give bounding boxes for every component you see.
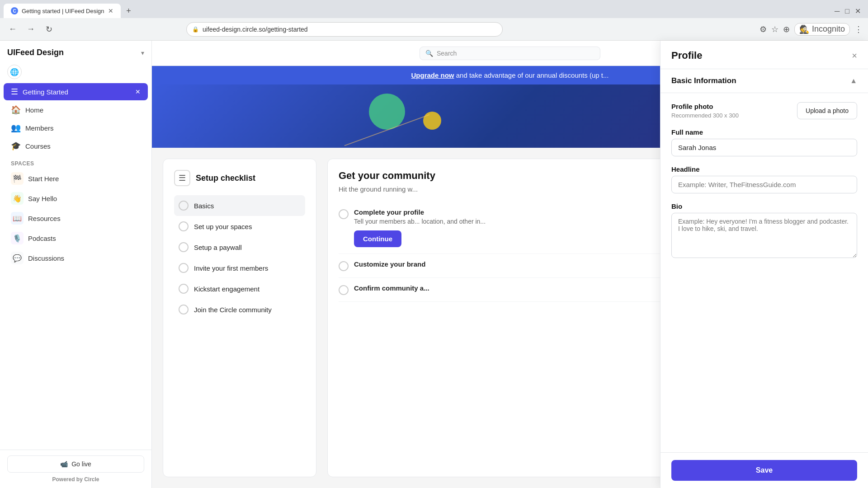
refresh-button[interactable]: ↻ <box>42 22 56 37</box>
sidebar-item-discussions[interactable]: 💬 Discussions <box>4 249 148 267</box>
app: UIFeed Design ▾ 🌐 ☰ Getting Started ✕ 🏠 … <box>0 41 868 488</box>
spaces-item-label: Resources <box>28 215 61 222</box>
spaces-item-label: Start Here <box>28 175 59 183</box>
back-button[interactable]: ← <box>5 22 20 37</box>
community-item-title: Complete your profile <box>354 208 486 216</box>
community-item-content: Customize your brand <box>354 260 425 270</box>
address-bar[interactable]: 🔒 uifeed-design.circle.so/getting-starte… <box>186 22 503 37</box>
lock-icon: 🔒 <box>192 26 199 33</box>
full-name-input[interactable] <box>671 139 857 156</box>
tab-title: Getting started | UIFeed Design <box>22 8 104 14</box>
community-name: UIFeed Design <box>7 48 64 57</box>
profile-panel: Profile × Basic Information ▲ Profile ph… <box>660 41 868 488</box>
tab-favicon: C <box>11 7 18 14</box>
checklist-item-label: Join the Circle community <box>194 306 272 314</box>
photo-info: Profile photo Recommended 300 x 300 <box>671 103 739 119</box>
sidebar-caret-icon[interactable]: ▾ <box>141 49 144 56</box>
upgrade-banner-text: and take advantage of our annual discoun… <box>454 71 609 79</box>
photo-label: Profile photo <box>671 103 739 110</box>
community-check-circle-brand <box>339 261 349 271</box>
checklist-item-label: Basics <box>194 202 214 210</box>
profile-close-button[interactable]: × <box>852 51 857 61</box>
sidebar-footer: 📹 Go live Powered by Circle <box>0 450 151 488</box>
new-tab-button[interactable]: + <box>123 5 135 17</box>
bio-textarea[interactable] <box>671 213 857 258</box>
discussions-emoji: 💬 <box>11 252 24 264</box>
checklist-item-label: Setup a paywall <box>194 244 242 251</box>
start-here-emoji: 🏁 <box>11 172 24 185</box>
spaces-section-label: Spaces <box>0 155 151 169</box>
continue-button[interactable]: Continue <box>354 230 401 247</box>
hero-circle-2 <box>423 112 441 130</box>
check-circle-basics <box>179 201 189 211</box>
sidebar-item-members[interactable]: 👥 Members <box>4 119 148 136</box>
active-tab[interactable]: C Getting started | UIFeed Design ✕ <box>4 4 121 18</box>
full-name-label: Full name <box>671 128 857 136</box>
sidebar: UIFeed Design ▾ 🌐 ☰ Getting Started ✕ 🏠 … <box>0 41 152 488</box>
checklist-item-label: Invite your first members <box>194 264 268 272</box>
basic-information-section[interactable]: Basic Information ▲ <box>660 69 868 93</box>
maximize-icon[interactable]: □ <box>845 7 849 15</box>
getting-started-icon: ☰ <box>11 87 18 97</box>
sidebar-item-podcasts[interactable]: 🎙️ Podcasts <box>4 229 148 248</box>
forward-button[interactable]: → <box>24 22 38 37</box>
search-bar[interactable]: 🔍 Search <box>420 47 600 60</box>
extensions-icon[interactable]: ⚙ <box>760 24 767 34</box>
community-check-circle-profile <box>339 209 349 219</box>
incognito-icon: 🕵 <box>799 24 809 34</box>
section-chevron-icon: ▲ <box>850 77 857 85</box>
sidebar-item-start-here[interactable]: 🏁 Start Here <box>4 169 148 188</box>
sidebar-item-resources[interactable]: 📖 Resources <box>4 209 148 228</box>
checklist-item-label: Set up your spaces <box>194 223 252 230</box>
more-options-icon[interactable]: ⋮ <box>854 24 863 34</box>
full-name-group: Full name <box>671 128 857 156</box>
sidebar-item-courses[interactable]: 🎓 Courses <box>4 137 148 155</box>
headline-input[interactable] <box>671 176 857 193</box>
tab-close-button[interactable]: ✕ <box>108 7 113 14</box>
sidebar-item-home[interactable]: 🏠 Home <box>4 101 148 118</box>
search-icon: 🔍 <box>425 50 433 57</box>
checklist-title: Setup checklist <box>196 174 255 183</box>
headline-group: Headline <box>671 165 857 193</box>
minimize-icon[interactable]: ─ <box>835 7 840 15</box>
sidebar-item-label: Home <box>25 106 43 114</box>
spaces-item-label: Say Hello <box>28 195 57 202</box>
checklist-item-spaces[interactable]: Set up your spaces <box>174 216 305 237</box>
community-item-title: Customize your brand <box>354 260 425 268</box>
hero-circle-1 <box>369 94 405 130</box>
check-circle-circle <box>179 305 189 314</box>
checklist-item-label: Kickstart engagement <box>194 285 259 293</box>
checklist-item-basics[interactable]: Basics <box>174 195 305 216</box>
save-button[interactable]: Save <box>671 460 857 481</box>
bookmark-icon[interactable]: ☆ <box>771 24 778 34</box>
community-item-content: Confirm community a... <box>354 284 429 294</box>
go-live-icon: 📹 <box>60 460 68 468</box>
checklist-item-circle[interactable]: Join the Circle community <box>174 299 305 320</box>
profile-icon[interactable]: ⊕ <box>783 24 790 34</box>
courses-icon: 🎓 <box>11 141 21 151</box>
community-item-title: Confirm community a... <box>354 284 429 292</box>
bio-group: Bio <box>671 202 857 258</box>
say-hello-emoji: 👋 <box>11 192 24 205</box>
profile-footer: Save <box>660 452 868 488</box>
upload-photo-button[interactable]: Upload a photo <box>797 102 857 119</box>
resources-emoji: 📖 <box>11 212 24 225</box>
community-check-circle-confirm <box>339 285 349 295</box>
sidebar-item-say-hello[interactable]: 👋 Say Hello <box>4 189 148 208</box>
section-header-title: Basic Information <box>671 76 736 85</box>
checklist-item-invite[interactable]: Invite your first members <box>174 258 305 278</box>
community-item-content: Complete your profile Tell your members … <box>354 208 486 247</box>
podcasts-emoji: 🎙️ <box>11 232 24 244</box>
powered-by: Powered by Circle <box>7 473 144 483</box>
checklist-item-kickstart[interactable]: Kickstart engagement <box>174 278 305 299</box>
checklist-header: ☰ Setup checklist <box>174 170 305 186</box>
checklist-item-paywall[interactable]: Setup a paywall <box>174 237 305 258</box>
close-window-icon[interactable]: ✕ <box>855 7 861 15</box>
upgrade-now-link[interactable]: Upgrade now <box>411 71 454 79</box>
sidebar-item-getting-started[interactable]: ☰ Getting Started ✕ <box>4 83 148 100</box>
sidebar-item-close-icon[interactable]: ✕ <box>135 88 141 95</box>
go-live-button[interactable]: 📹 Go live <box>7 455 144 473</box>
headline-label: Headline <box>671 165 857 173</box>
sidebar-item-label: Courses <box>25 142 51 150</box>
globe-icon[interactable]: 🌐 <box>7 65 22 79</box>
